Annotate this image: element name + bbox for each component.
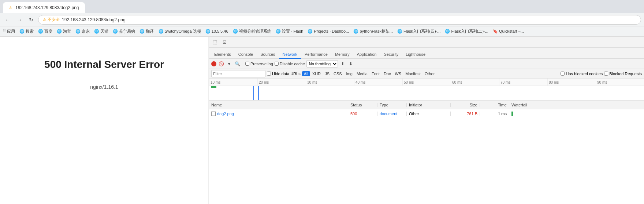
row-name: dog2.png <box>209 112 348 116</box>
reload-button[interactable]: ↻ <box>26 15 36 25</box>
filter-media[interactable]: Media <box>355 71 369 76</box>
nav-bar: ← → ↻ ⚠ 不安全 192.168.243.129:8083/dog2.pn… <box>0 13 644 26</box>
bookmark-apps[interactable]: ⠿ 应用 <box>3 29 15 34</box>
bookmark-flash[interactable]: 🌐 设置 - Flash <box>276 29 304 34</box>
col-header-size: Size <box>451 103 480 107</box>
filter-css[interactable]: CSS <box>332 71 344 76</box>
filter-button[interactable]: ▼ <box>226 61 232 67</box>
filter-js[interactable]: JS <box>323 71 331 76</box>
bookmark-jd[interactable]: 🌐 京东 <box>75 29 90 34</box>
row-waterfall <box>509 112 644 116</box>
bookmark-tianmao[interactable]: 🌐 天猫 <box>94 29 108 34</box>
row-status: 500 <box>348 112 377 116</box>
mark-60ms: 60 ms <box>451 79 499 86</box>
bookmarks-bar: ⠿ 应用 🌐 搜索 🌐 百度 🌐 淘宝 🌐 京东 🌐 天猫 🌐 苏宁易购 🌐 翻… <box>0 26 644 37</box>
import-button[interactable]: ⬆ <box>339 61 346 67</box>
hide-data-urls-checkbox[interactable]: Hide data URLs <box>267 72 301 76</box>
timeline-chart <box>209 86 644 101</box>
mark-80ms: 80 ms <box>547 79 596 86</box>
bookmark-flask2[interactable]: 🌐 Flask入门系列(四)-... <box>397 29 441 34</box>
back-button[interactable]: ← <box>3 15 12 25</box>
filter-manifest[interactable]: Manifest <box>403 71 422 76</box>
bookmark-video[interactable]: 🌐 视频分析管理系统 <box>233 29 271 34</box>
has-blocked-cookies-label: Has blocked cookies <box>566 72 603 76</box>
main-area: 500 Internal Server Error nginx/1.16.1 ⬚… <box>0 37 644 204</box>
tab-performance[interactable]: Performance <box>301 51 331 59</box>
export-button[interactable]: ⬇ <box>347 61 354 67</box>
bookmark-taobao[interactable]: 🌐 淘宝 <box>57 29 71 34</box>
disable-cache-checkbox[interactable]: Disable cache <box>275 62 305 66</box>
blocked-requests-input[interactable] <box>604 72 608 76</box>
tab-security[interactable]: Security <box>380 51 402 59</box>
mark-70ms: 70 ms <box>499 79 547 86</box>
browser-window: ⚠ 192.168.243.129:8083/dog2.png ← → ↻ ⚠ … <box>0 0 644 204</box>
filter-ws[interactable]: WS <box>393 71 403 76</box>
mark-50ms: 50 ms <box>402 79 451 86</box>
col-header-time: Time <box>480 103 509 107</box>
address-url: 192.168.243.129:8083/dog2.png <box>62 17 126 22</box>
mark-40ms: 40 ms <box>354 79 402 86</box>
row-size: 761 B <box>451 112 480 116</box>
preserve-log-input[interactable] <box>245 62 249 66</box>
bookmark-projects[interactable]: 🌐 Projects · Dashbo... <box>308 29 349 34</box>
tab-network[interactable]: Network <box>279 51 301 59</box>
server-info: nginx/1.16.1 <box>90 84 118 90</box>
row-filename-link[interactable]: dog2.png <box>217 112 234 116</box>
preserve-log-checkbox[interactable]: Preserve log <box>245 62 273 66</box>
bookmark-fanyi[interactable]: 🌐 翻译 <box>139 29 154 34</box>
has-blocked-cookies-input[interactable] <box>561 72 565 76</box>
timeline-area: 10 ms 20 ms 30 ms 40 ms 50 ms 60 ms 70 m… <box>209 79 644 101</box>
bookmark-flask1[interactable]: 🌐 pythonFlask框架... <box>353 29 393 34</box>
security-warning-icon: ⚠ 不安全 <box>43 17 60 22</box>
tab-sources[interactable]: Sources <box>257 51 279 59</box>
record-button[interactable] <box>211 61 216 66</box>
bookmark-search[interactable]: 🌐 搜索 <box>19 29 34 34</box>
tab-application[interactable]: Application <box>353 51 380 59</box>
col-header-waterfall: Waterfall <box>509 103 644 107</box>
timeline-blue-line2 <box>258 86 259 101</box>
timeline-green-line <box>211 86 216 88</box>
row-type: document <box>377 112 407 116</box>
filter-font[interactable]: Font <box>370 71 381 76</box>
filter-doc[interactable]: Doc <box>382 71 393 76</box>
filter-bar: Hide data URLs All XHR JS CSS Img Media … <box>209 69 644 79</box>
page-content: 500 Internal Server Error nginx/1.16.1 <box>0 37 209 204</box>
search-button[interactable]: 🔍 <box>234 61 241 67</box>
has-blocked-cookies-checkbox[interactable]: Has blocked cookies <box>561 72 603 76</box>
address-bar[interactable]: ⚠ 不安全 192.168.243.129:8083/dog2.png <box>38 15 641 25</box>
filter-xhr[interactable]: XHR <box>310 71 323 76</box>
row-initiator: Other <box>407 112 451 116</box>
blocked-requests-checkbox[interactable]: Blocked Requests <box>604 72 642 76</box>
device-toolbar-button[interactable]: ⊡ <box>220 38 229 47</box>
timeline-ruler: 10 ms 20 ms 30 ms 40 ms 50 ms 60 ms 70 m… <box>209 79 644 86</box>
bookmark-flask3[interactable]: 🌐 Flask入门系列(二)-... <box>445 29 488 34</box>
inspect-element-button[interactable]: ⬚ <box>211 38 219 47</box>
forward-button[interactable]: → <box>15 15 24 25</box>
network-table: Name Status Type Initiator Size Time Wat… <box>209 101 644 204</box>
bookmark-switchyomega[interactable]: 🌐 SwitchyOmega 选项 <box>159 29 201 34</box>
filter-img[interactable]: Img <box>344 71 354 76</box>
bookmark-quickstart[interactable]: 🔖 Quickstart –... <box>493 29 524 34</box>
bookmark-suning[interactable]: 🌐 苏宁易购 <box>113 29 135 34</box>
active-tab[interactable]: ⚠ 192.168.243.129:8083/dog2.png <box>3 2 85 13</box>
throttle-select[interactable]: No throttling <box>306 60 338 68</box>
tab-lighthouse[interactable]: Lighthouse <box>402 51 429 59</box>
disable-cache-input[interactable] <box>275 62 279 66</box>
col-header-status: Status <box>348 103 377 107</box>
hide-data-urls-input[interactable] <box>267 72 271 76</box>
clear-button[interactable]: 🚫 <box>218 61 224 67</box>
mark-30ms: 30 ms <box>306 79 354 86</box>
bookmark-ip[interactable]: 🌐 10.5.5.46 <box>205 29 228 34</box>
filter-all[interactable]: All <box>302 71 310 76</box>
table-row[interactable]: dog2.png 500 document Other 761 B 1 ms <box>209 109 644 118</box>
tab-console[interactable]: Console <box>235 51 257 59</box>
filter-input[interactable] <box>211 70 265 77</box>
separator1 <box>243 61 243 67</box>
devtools-tabs: Elements Console Sources Network Perform… <box>209 48 644 59</box>
tab-elements[interactable]: Elements <box>211 51 235 59</box>
mark-10ms: 10 ms <box>209 79 257 86</box>
preserve-log-label: Preserve log <box>250 62 273 66</box>
bookmark-baidu[interactable]: 🌐 百度 <box>38 29 52 34</box>
tab-memory[interactable]: Memory <box>331 51 353 59</box>
filter-other[interactable]: Other <box>423 71 437 76</box>
